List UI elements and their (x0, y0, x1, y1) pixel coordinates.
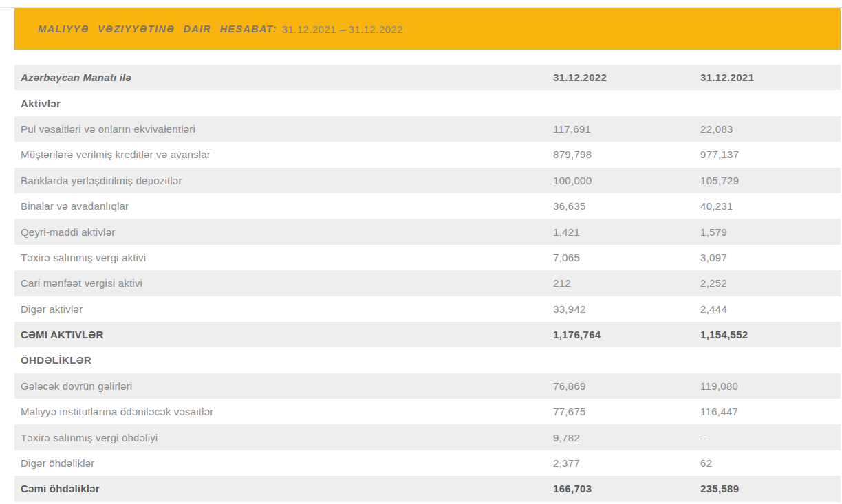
table-row: Müştərilərə verilmiş kreditlər və avansl… (14, 142, 841, 167)
value-2021: 235,589 (700, 483, 841, 494)
table-row: Gələcək dovrün gəlirləri76,869119,080 (14, 373, 841, 399)
value-2021: 62 (700, 457, 841, 469)
financial-table: Azərbaycan Manatı ilə 31.12.2022 31.12.2… (14, 65, 841, 502)
row-label: CƏMI AKTIVLƏR (14, 329, 553, 340)
row-label: Digər öhdəliklər (14, 457, 553, 469)
value-2022: 2,377 (553, 457, 700, 469)
value-2021: 2,444 (700, 303, 841, 315)
value-2022: 76,869 (553, 380, 700, 392)
row-label: Qeyri-maddi aktivlər (14, 226, 553, 238)
value-2022: 77,675 (553, 406, 700, 417)
table-row: Binalar və avadanlıqlar36,63540,231 (14, 193, 841, 219)
value-2022: 36,635 (553, 200, 700, 212)
value-2021: 1,579 (700, 226, 841, 238)
row-label: Pul vəsaitləri və onların ekvivalentləri (14, 123, 553, 135)
value-2021: 22,083 (700, 123, 841, 135)
report-period: 31.12.2021 – 31.12.2022 (282, 23, 403, 35)
table-row: Pul vəsaitləri və onların ekvivalentləri… (14, 116, 841, 142)
total-row: Cəmi öhdəliklər166,703235,589 (14, 476, 841, 501)
table-header-row: Azərbaycan Manatı ilə 31.12.2022 31.12.2… (14, 65, 841, 90)
column-header-2022: 31.12.2022 (553, 72, 700, 83)
row-label: Maliyyə institutlarına ödəniləcək vəsait… (14, 406, 553, 417)
value-2022: 879,798 (553, 149, 700, 160)
value-2021: 3,097 (700, 252, 841, 263)
value-2021: – (700, 432, 841, 443)
row-label: Müştərilərə verilmiş kreditlər və avansl… (14, 149, 553, 160)
table-row: Təxirə salınmış vergi aktivi7,0653,097 (14, 245, 841, 270)
table-row: Cari mənfəət vergisi aktivi2122,252 (14, 270, 841, 296)
table-row: Qeyri-maddi aktivlər1,4211,579 (14, 219, 841, 244)
value-2021: 116,447 (700, 406, 841, 417)
value-2021: 40,231 (700, 200, 841, 212)
report-header-band: MALIYYƏ VƏZIYYƏTINƏ DAIR HESABAT: 31.12.… (14, 8, 841, 50)
table-row: Banklarda yerləşdirilmiş depozitlər100,0… (14, 168, 841, 193)
currency-note: Azərbaycan Manatı ilə (14, 72, 553, 83)
value-2021: 105,729 (700, 175, 841, 186)
row-label: Binalar və avadanlıqlar (14, 200, 553, 212)
row-label: Cari mənfəət vergisi aktivi (14, 277, 553, 289)
row-label: Aktivlər (14, 98, 553, 109)
total-row: CƏMI AKTIVLƏR1,176,7641,154,552 (14, 322, 841, 347)
top-divider (0, 7, 842, 8)
value-2021: 1,154,552 (700, 329, 841, 340)
table-row: Digər aktivlər33,9422,444 (14, 296, 841, 322)
row-label: Təxirə salınmış vergi aktivi (14, 252, 553, 263)
column-header-2021: 31.12.2021 (700, 72, 841, 83)
table-row: Digər öhdəliklər2,37762 (14, 450, 841, 476)
value-2022: 100,000 (553, 175, 700, 186)
row-label: ÖHDƏLİKLƏR (14, 354, 553, 366)
value-2021: 119,080 (700, 380, 841, 392)
value-2022: 9,782 (553, 432, 700, 443)
section-header-row: ÖHDƏLİKLƏR (14, 347, 841, 373)
row-label: Digər aktivlər (14, 303, 553, 315)
value-2021: 2,252 (700, 277, 841, 289)
value-2022: 166,703 (553, 483, 700, 494)
value-2022: 117,691 (553, 123, 700, 135)
row-label: Banklarda yerləşdirilmiş depozitlər (14, 175, 553, 186)
section-header-row: Aktivlər (14, 90, 841, 116)
table-row: Təxirə salınmış vergi öhdəliyi9,782– (14, 424, 841, 450)
row-label: Gələcək dovrün gəlirləri (14, 380, 553, 392)
value-2022: 212 (553, 277, 700, 289)
table-body: AktivlərPul vəsaitləri və onların ekviva… (14, 90, 841, 501)
value-2022: 1,421 (553, 226, 700, 238)
report-title: MALIYYƏ VƏZIYYƏTINƏ DAIR HESABAT: (38, 23, 277, 34)
row-label: Təxirə salınmış vergi öhdəliyi (14, 432, 553, 443)
row-label: Cəmi öhdəliklər (14, 483, 553, 494)
value-2022: 7,065 (553, 252, 700, 263)
value-2022: 1,176,764 (553, 329, 700, 340)
value-2022: 33,942 (553, 303, 700, 315)
table-row: Maliyyə institutlarına ödəniləcək vəsait… (14, 399, 841, 424)
value-2021: 977,137 (700, 149, 841, 160)
